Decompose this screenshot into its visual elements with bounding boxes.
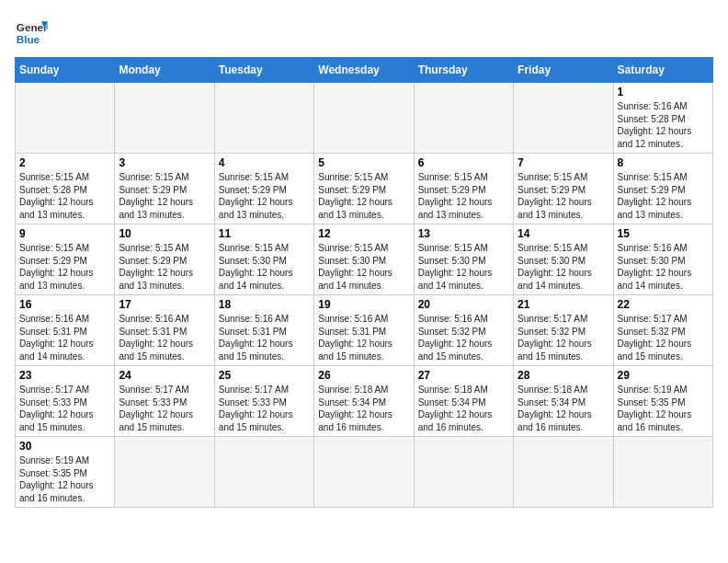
calendar-cell: 15Sunrise: 5:16 AM Sunset: 5:30 PM Dayli…: [613, 224, 712, 295]
day-info: Sunrise: 5:16 AM Sunset: 5:31 PM Dayligh…: [219, 313, 310, 362]
day-info: Sunrise: 5:19 AM Sunset: 5:35 PM Dayligh…: [618, 384, 709, 433]
day-number: 18: [219, 298, 310, 311]
week-row-2: 9Sunrise: 5:15 AM Sunset: 5:29 PM Daylig…: [16, 224, 713, 295]
day-info: Sunrise: 5:16 AM Sunset: 5:32 PM Dayligh…: [418, 313, 509, 362]
day-number: 29: [618, 369, 709, 382]
day-info: Sunrise: 5:17 AM Sunset: 5:32 PM Dayligh…: [518, 313, 609, 362]
header-monday: Monday: [115, 58, 214, 83]
calendar-cell: [314, 83, 414, 154]
day-number: 7: [518, 156, 609, 169]
calendar-header-row: SundayMondayTuesdayWednesdayThursdayFrid…: [16, 58, 713, 83]
day-number: 24: [119, 369, 210, 382]
calendar-cell: 29Sunrise: 5:19 AM Sunset: 5:35 PM Dayli…: [613, 366, 712, 437]
day-info: Sunrise: 5:16 AM Sunset: 5:31 PM Dayligh…: [19, 313, 110, 362]
header-friday: Friday: [514, 58, 613, 83]
calendar-cell: [214, 437, 313, 508]
logo-icon: General Blue: [15, 15, 48, 48]
header-wednesday: Wednesday: [314, 58, 414, 83]
day-info: Sunrise: 5:15 AM Sunset: 5:29 PM Dayligh…: [318, 171, 409, 221]
header-tuesday: Tuesday: [214, 58, 313, 83]
day-number: 1: [618, 86, 709, 98]
week-row-1: 2Sunrise: 5:15 AM Sunset: 5:28 PM Daylig…: [16, 154, 713, 224]
day-info: Sunrise: 5:16 AM Sunset: 5:31 PM Dayligh…: [119, 313, 210, 362]
day-number: 2: [19, 156, 110, 169]
day-info: Sunrise: 5:16 AM Sunset: 5:31 PM Dayligh…: [318, 313, 409, 362]
day-info: Sunrise: 5:17 AM Sunset: 5:33 PM Dayligh…: [119, 384, 210, 433]
calendar-cell: [115, 83, 214, 154]
calendar-cell: 19Sunrise: 5:16 AM Sunset: 5:31 PM Dayli…: [314, 295, 414, 366]
day-number: 19: [318, 298, 409, 311]
calendar-cell: 25Sunrise: 5:17 AM Sunset: 5:33 PM Dayli…: [214, 366, 313, 437]
calendar-cell: 27Sunrise: 5:18 AM Sunset: 5:34 PM Dayli…: [414, 366, 513, 437]
calendar-cell: [16, 83, 115, 154]
calendar-cell: 5Sunrise: 5:15 AM Sunset: 5:29 PM Daylig…: [314, 154, 414, 224]
calendar-cell: 6Sunrise: 5:15 AM Sunset: 5:29 PM Daylig…: [414, 154, 513, 224]
day-number: 11: [219, 227, 310, 240]
calendar-cell: [314, 437, 414, 508]
header-saturday: Saturday: [613, 58, 712, 83]
day-number: 27: [418, 369, 509, 382]
week-row-4: 23Sunrise: 5:17 AM Sunset: 5:33 PM Dayli…: [16, 366, 713, 437]
calendar-table: SundayMondayTuesdayWednesdayThursdayFrid…: [15, 57, 713, 508]
calendar-cell: 24Sunrise: 5:17 AM Sunset: 5:33 PM Dayli…: [115, 366, 214, 437]
calendar-cell: [414, 83, 513, 154]
calendar-cell: 21Sunrise: 5:17 AM Sunset: 5:32 PM Dayli…: [514, 295, 613, 366]
day-number: 9: [19, 227, 110, 240]
day-number: 4: [219, 156, 310, 169]
calendar-cell: 17Sunrise: 5:16 AM Sunset: 5:31 PM Dayli…: [115, 295, 214, 366]
day-number: 20: [418, 298, 509, 311]
day-info: Sunrise: 5:15 AM Sunset: 5:28 PM Dayligh…: [19, 171, 110, 221]
calendar-cell: 8Sunrise: 5:15 AM Sunset: 5:29 PM Daylig…: [613, 154, 712, 224]
calendar-cell: 7Sunrise: 5:15 AM Sunset: 5:29 PM Daylig…: [514, 154, 613, 224]
day-number: 10: [119, 227, 210, 240]
day-info: Sunrise: 5:15 AM Sunset: 5:30 PM Dayligh…: [518, 242, 609, 292]
day-number: 15: [618, 227, 709, 240]
day-number: 23: [19, 369, 110, 382]
calendar-cell: 18Sunrise: 5:16 AM Sunset: 5:31 PM Dayli…: [214, 295, 313, 366]
calendar-cell: [414, 437, 513, 508]
week-row-5: 30Sunrise: 5:19 AM Sunset: 5:35 PM Dayli…: [16, 437, 713, 508]
day-info: Sunrise: 5:15 AM Sunset: 5:29 PM Dayligh…: [119, 242, 210, 292]
svg-text:Blue: Blue: [17, 33, 40, 45]
day-number: 8: [618, 156, 709, 169]
header-sunday: Sunday: [16, 58, 115, 83]
day-info: Sunrise: 5:17 AM Sunset: 5:32 PM Dayligh…: [618, 313, 709, 362]
calendar-cell: 2Sunrise: 5:15 AM Sunset: 5:28 PM Daylig…: [16, 154, 115, 224]
day-info: Sunrise: 5:15 AM Sunset: 5:29 PM Dayligh…: [418, 171, 509, 221]
header-thursday: Thursday: [414, 58, 513, 83]
day-info: Sunrise: 5:15 AM Sunset: 5:29 PM Dayligh…: [518, 171, 609, 221]
calendar-cell: 11Sunrise: 5:15 AM Sunset: 5:30 PM Dayli…: [214, 224, 313, 295]
calendar-cell: 10Sunrise: 5:15 AM Sunset: 5:29 PM Dayli…: [115, 224, 214, 295]
day-number: 28: [518, 369, 609, 382]
day-number: 12: [318, 227, 409, 240]
calendar-cell: [115, 437, 214, 508]
day-info: Sunrise: 5:15 AM Sunset: 5:29 PM Dayligh…: [618, 171, 709, 221]
day-info: Sunrise: 5:15 AM Sunset: 5:30 PM Dayligh…: [318, 242, 409, 292]
header: General Blue: [15, 15, 713, 48]
calendar-cell: 16Sunrise: 5:16 AM Sunset: 5:31 PM Dayli…: [16, 295, 115, 366]
day-number: 21: [518, 298, 609, 311]
day-number: 6: [418, 156, 509, 169]
calendar-cell: 13Sunrise: 5:15 AM Sunset: 5:30 PM Dayli…: [414, 224, 513, 295]
calendar-cell: 30Sunrise: 5:19 AM Sunset: 5:35 PM Dayli…: [16, 437, 115, 508]
logo: General Blue: [15, 15, 48, 48]
day-info: Sunrise: 5:19 AM Sunset: 5:35 PM Dayligh…: [19, 454, 110, 504]
day-info: Sunrise: 5:17 AM Sunset: 5:33 PM Dayligh…: [19, 384, 110, 433]
calendar-cell: 20Sunrise: 5:16 AM Sunset: 5:32 PM Dayli…: [414, 295, 513, 366]
calendar-cell: 9Sunrise: 5:15 AM Sunset: 5:29 PM Daylig…: [16, 224, 115, 295]
calendar-cell: 14Sunrise: 5:15 AM Sunset: 5:30 PM Dayli…: [514, 224, 613, 295]
day-info: Sunrise: 5:16 AM Sunset: 5:28 PM Dayligh…: [618, 100, 709, 150]
day-number: 26: [318, 369, 409, 382]
week-row-0: 1Sunrise: 5:16 AM Sunset: 5:28 PM Daylig…: [16, 83, 713, 154]
day-number: 17: [119, 298, 210, 311]
day-info: Sunrise: 5:15 AM Sunset: 5:30 PM Dayligh…: [219, 242, 310, 292]
day-number: 22: [618, 298, 709, 311]
day-number: 30: [19, 440, 110, 453]
day-info: Sunrise: 5:15 AM Sunset: 5:30 PM Dayligh…: [418, 242, 509, 292]
day-number: 5: [318, 156, 409, 169]
calendar-cell: 4Sunrise: 5:15 AM Sunset: 5:29 PM Daylig…: [214, 154, 313, 224]
calendar-cell: [214, 83, 313, 154]
calendar-cell: 3Sunrise: 5:15 AM Sunset: 5:29 PM Daylig…: [115, 154, 214, 224]
day-info: Sunrise: 5:15 AM Sunset: 5:29 PM Dayligh…: [219, 171, 310, 221]
day-info: Sunrise: 5:15 AM Sunset: 5:29 PM Dayligh…: [119, 171, 210, 221]
